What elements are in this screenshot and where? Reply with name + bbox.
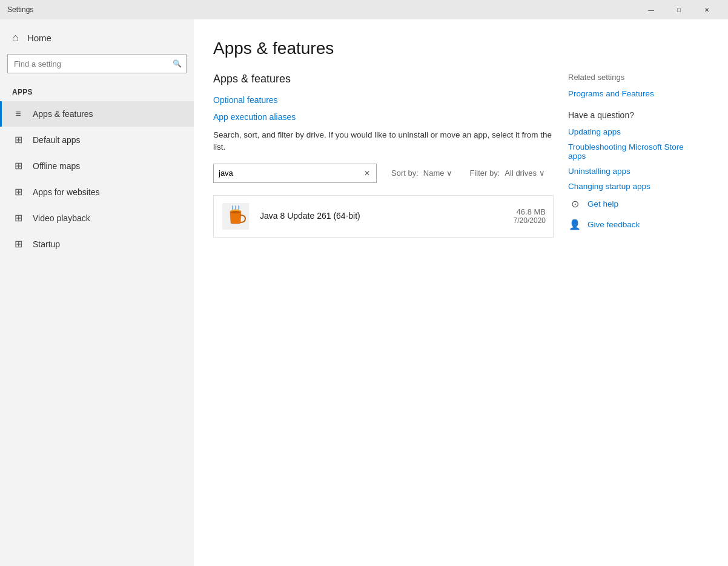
minimize-button[interactable]: — bbox=[637, 0, 665, 19]
table-row[interactable]: Java 8 Update 261 (64-bit) 46.8 MB 7/20/… bbox=[213, 195, 554, 238]
sidebar-search-input[interactable] bbox=[7, 54, 187, 73]
java-logo-icon bbox=[222, 203, 249, 230]
sidebar-section-label: Apps bbox=[0, 83, 194, 101]
main-left: Apps & features Optional features App ex… bbox=[213, 73, 554, 547]
sidebar: ⌂ Home 🔍 Apps ≡ Apps & features ⊞ Defaul… bbox=[0, 19, 194, 566]
app-size: 46.8 MB bbox=[514, 207, 546, 216]
search-filter-row: ✕ Sort by: Name ∨ Filter by: All drives bbox=[213, 164, 554, 183]
sidebar-item-label: Apps for websites bbox=[33, 187, 100, 197]
search-clear-button[interactable]: ✕ bbox=[358, 164, 376, 182]
content-and-panel: Apps & features Optional features App ex… bbox=[213, 73, 699, 547]
app-execution-aliases-link[interactable]: App execution aliases bbox=[213, 112, 554, 122]
get-help-action[interactable]: ⊙ Get help bbox=[568, 197, 699, 210]
sidebar-item-default-apps[interactable]: ⊞ Default apps bbox=[0, 127, 194, 153]
right-panel: Related settings Programs and Features H… bbox=[554, 73, 699, 547]
video-playback-icon: ⊞ bbox=[12, 212, 24, 224]
app-icon bbox=[221, 202, 250, 231]
default-apps-icon: ⊞ bbox=[12, 134, 24, 145]
sidebar-item-apps-features[interactable]: ≡ Apps & features bbox=[0, 101, 194, 127]
give-feedback-label: Give feedback bbox=[587, 220, 640, 229]
uninstalling-apps-link[interactable]: Uninstalling apps bbox=[568, 167, 699, 176]
sidebar-item-label: Offline maps bbox=[33, 161, 80, 171]
filter-chevron-icon: ∨ bbox=[539, 168, 545, 178]
app-info: Java 8 Update 261 (64-bit) bbox=[260, 211, 504, 222]
sidebar-item-label: Video playback bbox=[33, 213, 90, 223]
get-help-icon: ⊙ bbox=[568, 197, 581, 210]
troubleshooting-link[interactable]: Troubleshooting Microsoft Store apps bbox=[568, 142, 699, 161]
sidebar-item-offline-maps[interactable]: ⊞ Offline maps bbox=[0, 153, 194, 179]
filter-dropdown[interactable]: All drives ∨ bbox=[502, 167, 548, 179]
related-settings-title: Related settings bbox=[568, 73, 699, 82]
sidebar-item-label: Apps & features bbox=[33, 109, 93, 119]
page-title: Apps & features bbox=[213, 39, 699, 58]
main-content: Apps & features Apps & features Optional… bbox=[194, 19, 728, 566]
titlebar-title: Settings bbox=[7, 5, 637, 14]
app-date: 7/20/2020 bbox=[514, 216, 546, 225]
app-container: ⌂ Home 🔍 Apps ≡ Apps & features ⊞ Defaul… bbox=[0, 19, 728, 566]
sidebar-search-box: 🔍 bbox=[7, 54, 187, 73]
app-search-input[interactable] bbox=[214, 164, 358, 182]
apps-features-icon: ≡ bbox=[12, 108, 24, 119]
filter-by-label: Filter by: bbox=[469, 168, 500, 178]
sidebar-home-label: Home bbox=[27, 33, 51, 43]
titlebar-controls: — □ ✕ bbox=[637, 0, 721, 19]
maximize-button[interactable]: □ bbox=[665, 0, 693, 19]
app-name: Java 8 Update 261 (64-bit) bbox=[260, 211, 504, 221]
filter-by-control: Filter by: All drives ∨ bbox=[469, 167, 548, 179]
startup-icon: ⊞ bbox=[12, 238, 24, 250]
programs-features-link[interactable]: Programs and Features bbox=[568, 89, 699, 98]
sidebar-item-startup[interactable]: ⊞ Startup bbox=[0, 231, 194, 257]
optional-features-link[interactable]: Optional features bbox=[213, 95, 554, 105]
give-feedback-icon: 👤 bbox=[568, 218, 581, 231]
home-icon: ⌂ bbox=[12, 32, 19, 44]
give-feedback-action[interactable]: 👤 Give feedback bbox=[568, 218, 699, 231]
updating-apps-link[interactable]: Updating apps bbox=[568, 127, 699, 136]
close-button[interactable]: ✕ bbox=[693, 0, 721, 19]
sort-value: Name bbox=[423, 168, 445, 178]
changing-startup-link[interactable]: Changing startup apps bbox=[568, 182, 699, 191]
sidebar-item-apps-for-websites[interactable]: ⊞ Apps for websites bbox=[0, 179, 194, 205]
sidebar-item-label: Default apps bbox=[33, 135, 81, 145]
sidebar-home[interactable]: ⌂ Home bbox=[0, 19, 194, 54]
section-title: Apps & features bbox=[213, 73, 554, 85]
sort-chevron-icon: ∨ bbox=[446, 168, 452, 178]
sidebar-item-label: Startup bbox=[33, 239, 60, 249]
description-text: Search, sort, and filter by drive. If yo… bbox=[213, 129, 552, 154]
titlebar: Settings — □ ✕ bbox=[0, 0, 728, 19]
sort-by-label: Sort by: bbox=[391, 168, 419, 178]
apps-for-websites-icon: ⊞ bbox=[12, 186, 24, 198]
sort-dropdown[interactable]: Name ∨ bbox=[421, 167, 455, 179]
filter-value: All drives bbox=[505, 168, 537, 178]
app-search-box: ✕ bbox=[213, 164, 377, 183]
sidebar-item-video-playback[interactable]: ⊞ Video playback bbox=[0, 205, 194, 231]
have-question-title: Have a question? bbox=[568, 110, 699, 120]
get-help-label: Get help bbox=[587, 199, 618, 208]
sort-by-control: Sort by: Name ∨ bbox=[391, 167, 455, 179]
svg-point-2 bbox=[231, 211, 240, 213]
offline-maps-icon: ⊞ bbox=[12, 160, 24, 171]
app-meta: 46.8 MB 7/20/2020 bbox=[514, 207, 546, 225]
